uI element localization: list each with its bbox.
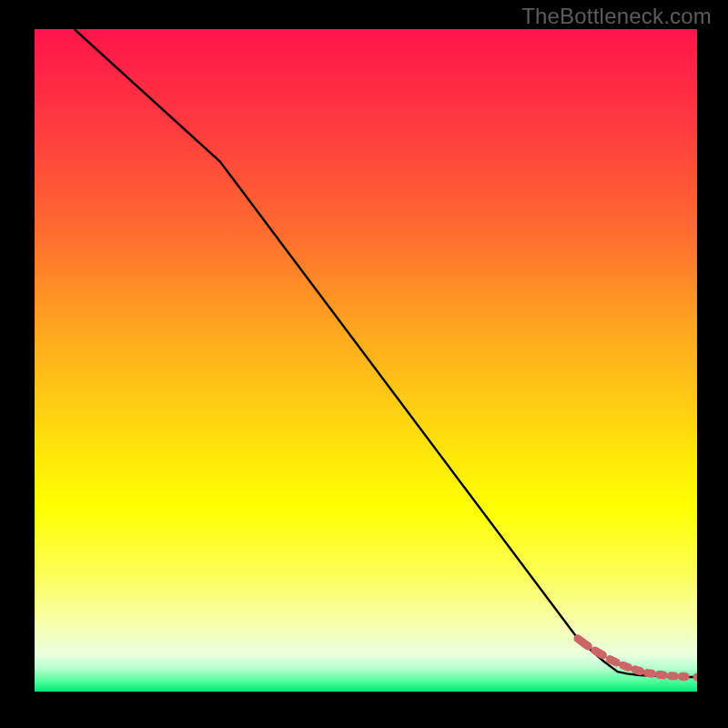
gradient-background [35,29,697,692]
watermark-text: TheBottleneck.com [521,4,712,29]
plot-area [35,29,697,692]
chart-frame: TheBottleneck.com [0,0,728,728]
plot-svg [35,29,697,692]
